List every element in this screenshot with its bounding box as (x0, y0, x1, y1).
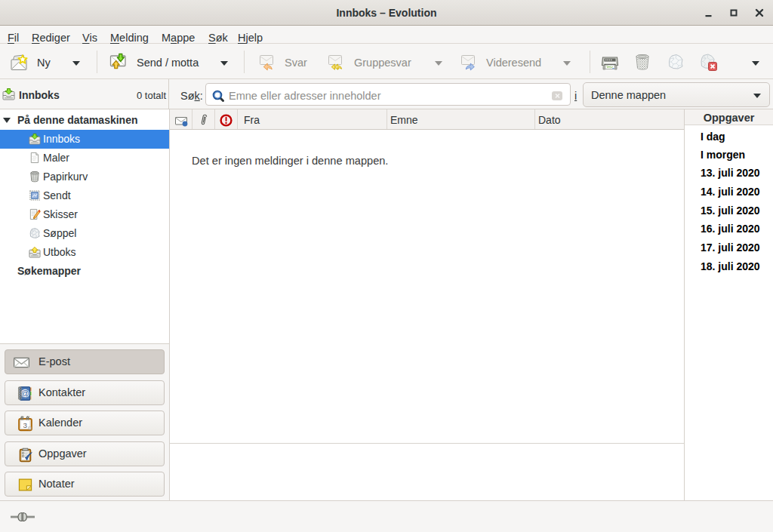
svg-text:@: @ (21, 389, 29, 398)
svg-text:3: 3 (23, 421, 28, 429)
